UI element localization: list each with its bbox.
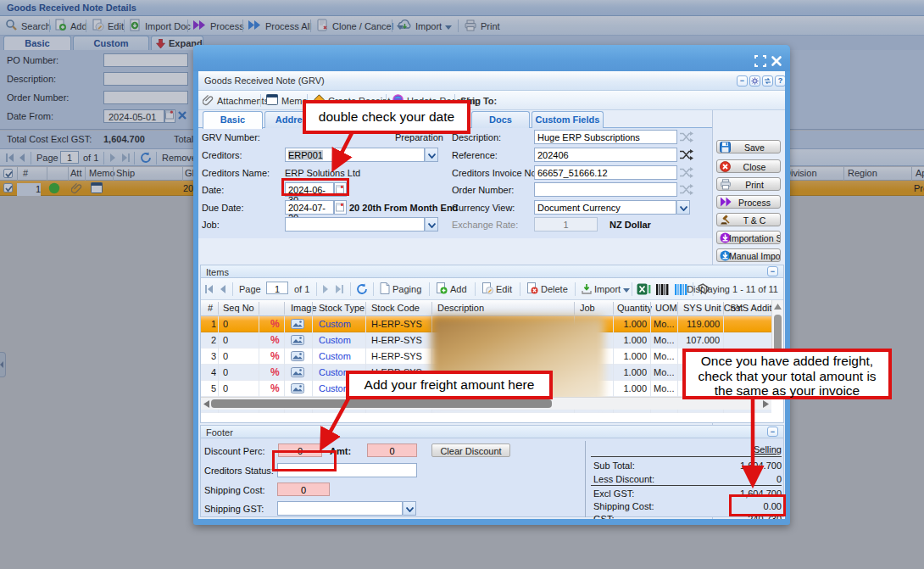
job-label: Job: <box>202 220 220 230</box>
shipping-gst-combo[interactable] <box>277 501 403 516</box>
image-icon[interactable] <box>291 383 304 395</box>
discount-amt-input[interactable]: 0 <box>367 443 417 457</box>
items-last-page-icon[interactable] <box>335 281 344 298</box>
tab-docs[interactable]: Docs <box>471 111 530 128</box>
memo-button[interactable]: Memo <box>266 92 308 109</box>
row-seq: 0 <box>223 351 228 361</box>
panel-settings-button[interactable] <box>749 75 760 86</box>
print-button[interactable]: Print <box>716 177 781 191</box>
manual-importation-button[interactable]: Manual Importa <box>716 248 781 262</box>
image-icon[interactable] <box>291 319 304 331</box>
currency-view-trigger[interactable] <box>676 200 690 215</box>
annotation-note-date: double check your date <box>303 100 470 134</box>
items-next-page-icon[interactable] <box>322 281 330 298</box>
grv-panel-title: Goods Received Note (GRV) <box>204 75 325 86</box>
vscroll-thumb[interactable] <box>774 315 782 353</box>
row-stock-code: H-ERP-SYS <box>371 351 422 361</box>
items-barcode-blue-icon[interactable] <box>675 281 687 298</box>
row-stock-type[interactable]: Custom <box>319 335 351 345</box>
items-first-page-icon[interactable] <box>204 281 214 298</box>
items-paging-button[interactable]: Paging <box>380 281 421 298</box>
col-sys-additional[interactable]: SYS Additiona <box>730 303 771 313</box>
row-stock-type[interactable]: Custom <box>319 351 351 361</box>
items-prev-page-icon[interactable] <box>219 281 226 298</box>
row-uom: Mo... <box>654 319 674 329</box>
date-label: Date: <box>202 185 224 195</box>
row-num: 4 <box>203 367 216 377</box>
shipping-gst-label: Shipping GST: <box>204 504 264 514</box>
tab-custom-fields[interactable]: Custom Fields <box>532 111 604 128</box>
close-button[interactable]: Close <box>716 159 781 173</box>
process-button[interactable]: Process <box>716 195 781 209</box>
dialog-maximize-icon[interactable] <box>754 55 766 69</box>
row-stock-type[interactable]: Custom <box>319 319 351 329</box>
job-combo-trigger[interactable] <box>425 217 438 232</box>
col-seq-no[interactable]: Seq No <box>223 303 254 313</box>
hscroll-thumb[interactable] <box>211 399 552 408</box>
panel-refresh-button[interactable] <box>762 75 773 86</box>
description-input[interactable]: Huge ERP Subscriptions <box>534 130 677 144</box>
due-date-calendar-button[interactable] <box>334 200 347 215</box>
creditors-combo[interactable]: ERP001 <box>285 148 425 162</box>
row-uom: Mo... <box>654 335 674 345</box>
description-shuffle-icon[interactable] <box>679 131 693 145</box>
order-number-shuffle-icon[interactable] <box>679 183 693 198</box>
creditors-invoice-shuffle-icon[interactable] <box>679 166 693 181</box>
less-discount-value: 0 <box>591 474 782 484</box>
save-button[interactable]: Save <box>716 140 781 153</box>
importation-spl-button[interactable]: Importation Spl <box>716 231 781 244</box>
clear-discount-button[interactable]: Clear Discount <box>431 443 510 457</box>
image-icon[interactable] <box>291 335 304 347</box>
shipping-cost-input[interactable]: 0 <box>277 483 330 496</box>
creditors-invoice-input[interactable]: 66657_51666.12 <box>534 165 677 180</box>
items-excel-export-icon[interactable] <box>637 281 651 298</box>
col-stock-code[interactable]: Stock Code <box>371 303 420 313</box>
summary-selling-header: Selling <box>591 444 782 455</box>
col-uom[interactable]: UOM <box>655 303 677 313</box>
dialog-close-icon[interactable] <box>771 55 782 69</box>
items-page-input[interactable]: 1 <box>266 282 288 294</box>
items-barcode-black-icon[interactable] <box>656 281 669 298</box>
col-num[interactable]: # <box>208 303 216 313</box>
attachments-button[interactable]: Attachments <box>203 92 269 109</box>
edit-icon <box>481 282 493 296</box>
col-quantity[interactable]: Quantity <box>617 303 652 313</box>
screen: Goods Received Note Details Search Add E… <box>0 0 924 569</box>
shipping-gst-trigger[interactable] <box>403 501 416 516</box>
footer-panel-header: Footer − <box>201 426 783 438</box>
items-add-button[interactable]: Add <box>436 281 467 298</box>
col-stock-type[interactable]: Stock Type <box>319 303 365 313</box>
footer-minimize-button[interactable]: − <box>767 427 778 437</box>
tab-basic[interactable]: Basic <box>203 111 263 129</box>
items-refresh-icon[interactable] <box>356 281 368 298</box>
items-import-button[interactable]: Import <box>582 281 630 298</box>
order-number-input[interactable] <box>534 182 677 197</box>
items-minimize-button[interactable]: − <box>767 266 778 276</box>
paperclip-icon <box>203 94 214 108</box>
row-qty: 1.000 <box>613 383 647 393</box>
items-delete-button[interactable]: Delete <box>526 281 568 298</box>
col-job[interactable]: Job <box>580 303 595 313</box>
annotation-note-freight: Add your freight amount here <box>346 371 553 399</box>
percent-icon: % <box>270 318 280 330</box>
creditors-combo-trigger[interactable] <box>425 148 438 162</box>
items-displaying-label: Displaying 1 - 11 of 11 <box>687 281 778 298</box>
dialog-titlebar[interactable] <box>193 45 790 71</box>
due-date-input[interactable]: 2024-07-20 <box>285 200 334 215</box>
reference-input[interactable]: 202406 <box>534 148 677 162</box>
image-icon[interactable] <box>291 367 304 379</box>
creditors-name-value: ERP Solutions Ltd <box>285 168 360 178</box>
col-description[interactable]: Description <box>437 303 484 313</box>
items-panel-title: Items <box>206 267 229 277</box>
image-icon[interactable] <box>291 351 304 363</box>
grv-panel-header: Goods Received Note (GRV) − ? <box>198 71 785 91</box>
order-number-label: Order Number: <box>452 185 514 195</box>
items-edit-button[interactable]: Edit <box>481 281 512 298</box>
panel-minimize-button[interactable]: − <box>737 75 748 86</box>
job-combo[interactable] <box>285 217 425 232</box>
currency-view-combo[interactable]: Document Currency <box>534 200 676 215</box>
tandc-button[interactable]: T & C <box>716 213 781 226</box>
percent-icon: % <box>270 334 280 346</box>
panel-help-button[interactable]: ? <box>775 75 785 86</box>
reference-shuffle-icon[interactable] <box>679 148 693 163</box>
